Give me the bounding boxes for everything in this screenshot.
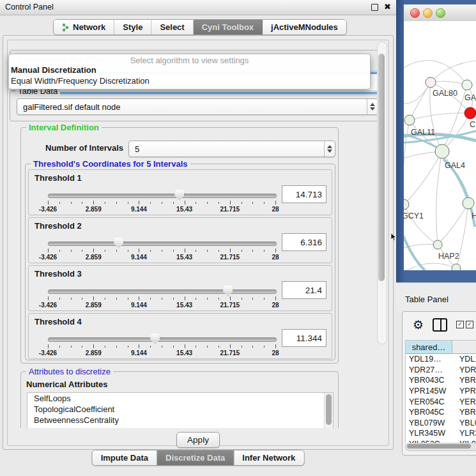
control-panel-titlebar: Control Panel ✖ [0, 0, 396, 15]
network-node-gcy1[interactable] [404, 199, 409, 210]
slider-thumb-icon[interactable] [150, 334, 160, 344]
threshold-value-field[interactable]: 14.713 [282, 185, 326, 203]
network-node-label: HAP2 [438, 252, 459, 261]
threshold-panel-2: Threshold 2-3.4262.8599.14415.4321.71528… [28, 217, 332, 263]
numerical-attributes-list[interactable]: SelfLoopsTopologicalCoefficientBetweenne… [27, 392, 334, 428]
threshold-slider[interactable]: -3.4262.8599.14415.4321.71528 [48, 334, 275, 356]
cyni-toolbox-pane: Discretization Algorithm Table Data galF… [3, 35, 394, 450]
network-edge[interactable] [410, 113, 470, 120]
table-row[interactable]: YBL079WYBL0 [406, 418, 476, 429]
column-header-1[interactable]: na [452, 341, 476, 353]
checkbox-icons[interactable]: ✓ ✓ [456, 321, 473, 328]
settings-vertical-scrollbar[interactable] [377, 42, 387, 344]
popup-item-equal-width-frequency[interactable]: Equal Width/Frequency Discretization [11, 76, 150, 86]
network-edge-highlighted[interactable] [404, 217, 425, 270]
network-edge[interactable] [436, 151, 442, 245]
table-panel: ⚙ ✓ ✓ shared…na YDL19…YDL1YDR27…YDR2YBR0… [402, 311, 476, 456]
network-edge[interactable] [404, 120, 410, 204]
table-row[interactable]: YDL19…YDL1 [406, 354, 476, 365]
network-edge[interactable] [431, 61, 476, 82]
network-node-hap2[interactable] [433, 240, 442, 249]
threshold-slider[interactable]: -3.4262.8599.14415.4321.71528 [48, 190, 275, 212]
network-node-c[interactable] [464, 107, 476, 119]
tab-cyni-toolbox[interactable]: Cyni Toolbox [194, 20, 263, 35]
table-horizontal-scrollbar[interactable] [405, 443, 476, 451]
column-header-0[interactable]: shared… [406, 341, 452, 353]
network-window: GAL80GACGAL11GAL4GCY1HHAP2 [404, 4, 476, 270]
tab-infer-network[interactable]: Infer Network [234, 450, 303, 465]
threshold-label: Threshold 2 [35, 221, 82, 231]
network-node-ga[interactable] [462, 80, 472, 90]
network-edge[interactable] [442, 151, 468, 203]
threshold-value-field[interactable]: 6.316 [282, 233, 326, 251]
threshold-value-field[interactable]: 11.344 [282, 329, 326, 347]
checked-checkbox-icon[interactable]: ✓ [466, 321, 473, 328]
slider-ticks [48, 296, 275, 301]
threshold-slider[interactable]: -3.4262.8599.14415.4321.71528 [48, 238, 275, 260]
table-panel-header: Table Panel [396, 282, 476, 311]
algorithm-dropdown-popup: Select algorithm to view settings Manual… [8, 54, 371, 89]
minimize-traffic-light[interactable] [423, 8, 433, 18]
table-row[interactable]: YPR145WYPR1 [406, 386, 476, 397]
slider-track[interactable] [48, 242, 277, 246]
network-edge[interactable] [404, 263, 456, 270]
network-node[interactable] [452, 264, 461, 270]
tab-discretize-data[interactable]: Discretize Data [157, 450, 234, 465]
threshold-label: Threshold 4 [35, 317, 82, 326]
table-data-combobox[interactable]: galFiltered.sif default node [17, 98, 378, 115]
slider-tick-labels: -3.4262.8599.14415.4321.71528 [48, 254, 275, 261]
float-square-icon[interactable] [371, 4, 378, 11]
network-edge[interactable] [404, 204, 438, 245]
attribute-list-item[interactable]: TopologicalCoefficient [27, 404, 333, 415]
table-row[interactable]: YBR045CYBR0 [406, 407, 476, 418]
network-window-frame: GAL80GACGAL11GAL4GCY1HHAP2 [396, 0, 476, 282]
checked-checkbox-icon[interactable]: ✓ [456, 321, 464, 328]
slider-track[interactable] [48, 289, 277, 294]
slider-thumb-icon[interactable] [114, 238, 123, 249]
slider-tick-labels: -3.4262.8599.14415.4321.71528 [48, 206, 275, 213]
node-table[interactable]: shared…na YDL19…YDL1YDR27…YDR2YBR043CYBR… [405, 340, 476, 443]
close-x-icon[interactable]: ✖ [384, 2, 391, 12]
threshold-panel-4: Threshold 4-3.4262.8599.14415.4321.71528… [28, 313, 332, 359]
network-node-label: H [472, 211, 476, 220]
attribute-list-item[interactable]: SelfLoops [27, 393, 333, 404]
gear-icon[interactable]: ⚙ [413, 319, 424, 331]
table-row[interactable]: YLR345WYLR3 [406, 428, 476, 439]
interval-definition-label: Interval Definition [26, 123, 102, 132]
tab-style[interactable]: Style [114, 20, 151, 35]
tab-jactivemnodules[interactable]: jActiveMNodules [263, 20, 346, 35]
apply-button[interactable]: Apply [176, 432, 220, 448]
attribute-list-item[interactable]: BetweennessCentrality [27, 415, 333, 426]
zoom-traffic-light[interactable] [436, 8, 445, 18]
network-node-gal11[interactable] [404, 115, 415, 125]
network-canvas[interactable]: GAL80GACGAL11GAL4GCY1HHAP2 [404, 21, 476, 270]
network-node-gal80[interactable] [426, 77, 436, 88]
tab-impute-data[interactable]: Impute Data [93, 450, 157, 465]
table-row[interactable]: YDR27…YDR2 [406, 365, 476, 376]
network-node-h[interactable] [463, 197, 474, 209]
mouse-cursor [390, 233, 398, 242]
network-node-gal4[interactable] [435, 144, 449, 158]
network-window-titlebar [404, 4, 476, 22]
attributes-list-scrollbar[interactable] [324, 393, 333, 428]
panel-title: Control Panel [5, 3, 54, 12]
network-node-label: GAL4 [445, 161, 465, 170]
table-row[interactable]: YBR043CYBR0 [406, 375, 476, 386]
threshold-slider[interactable]: -3.4262.8599.14415.4321.71528 [48, 286, 275, 308]
network-edge[interactable] [438, 203, 468, 245]
slider-track[interactable] [48, 194, 277, 198]
network-node-label: GA [464, 93, 476, 102]
number-of-intervals-combobox[interactable]: 5 [128, 141, 335, 157]
split-panel-icon[interactable] [433, 318, 447, 332]
control-panel: Control Panel ✖ NetworkStyleSelectCyni T… [0, 0, 396, 476]
slider-track[interactable] [48, 337, 277, 342]
tab-network[interactable]: Network [54, 20, 114, 35]
bottom-tab-bar: Impute DataDiscretize DataInfer Network [92, 450, 305, 466]
slider-thumb-icon[interactable] [174, 190, 184, 201]
threshold-value-field[interactable]: 21.4 [282, 281, 326, 299]
popup-item-manual-discretization[interactable]: Manual Discretization [11, 65, 96, 75]
table-row[interactable]: YER054CYER0 [406, 396, 476, 407]
tab-select[interactable]: Select [151, 20, 193, 35]
slider-thumb-icon[interactable] [223, 286, 233, 296]
close-traffic-light[interactable] [410, 8, 420, 18]
